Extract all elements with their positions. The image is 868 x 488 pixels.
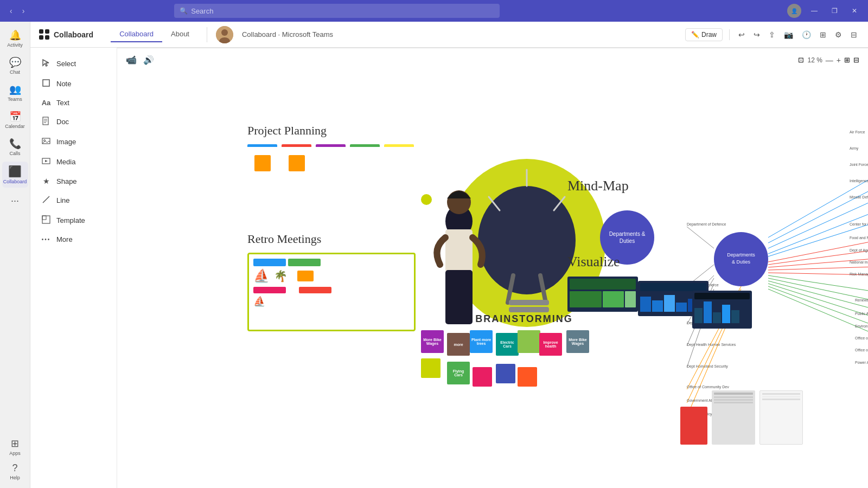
nav-label-collaboard: Collaboard bbox=[3, 179, 27, 184]
tab-collaboard[interactable]: Collaboard bbox=[111, 27, 162, 42]
minimize-btn[interactable]: — bbox=[807, 7, 822, 15]
chat-icon: 💬 bbox=[9, 56, 21, 68]
card-red-inner bbox=[289, 155, 305, 171]
sticky-6: Improve health bbox=[539, 333, 562, 356]
nav-item-chat[interactable]: 💬 Chat bbox=[2, 53, 28, 78]
tool-note[interactable]: Note bbox=[33, 74, 114, 93]
svg-text:Renewable Energy: Renewable Energy bbox=[855, 298, 868, 303]
doc-white bbox=[760, 390, 803, 445]
screen-1 bbox=[567, 277, 638, 312]
more-button[interactable]: ⊟ bbox=[848, 28, 859, 41]
doc-thumbs bbox=[680, 390, 803, 445]
sticky-4: Electric Cars bbox=[496, 333, 519, 356]
line-icon bbox=[41, 195, 51, 206]
nav-item-activity[interactable]: 🔔 Activity bbox=[2, 26, 28, 51]
toolbar-sep-1 bbox=[729, 29, 730, 40]
template-label: Template bbox=[56, 216, 85, 224]
nav-item-apps[interactable]: ⊞ Apps bbox=[2, 434, 28, 459]
search-bar[interactable]: 🔍 bbox=[174, 4, 500, 18]
collaboard-logo-dots bbox=[39, 29, 49, 40]
doc-red bbox=[680, 407, 707, 445]
dot-1 bbox=[39, 29, 43, 34]
sticky-5 bbox=[518, 330, 540, 353]
screenshot-button[interactable]: 📷 bbox=[782, 28, 795, 41]
tool-media[interactable]: Media bbox=[33, 152, 114, 171]
dot-4 bbox=[45, 35, 49, 40]
redo-button[interactable]: ↪ bbox=[751, 28, 762, 41]
breadcrumb: Collaboard · Microsoft Teams bbox=[242, 30, 333, 38]
tools-sidebar: Select Note Aa Text Doc bbox=[30, 48, 117, 488]
settings-button[interactable]: ⚙ bbox=[833, 28, 844, 41]
shape-icon: ★ bbox=[41, 177, 51, 185]
tool-image[interactable]: Image bbox=[33, 132, 114, 151]
card-red bbox=[282, 144, 311, 179]
brainstorm-title: BRAINSTORMING bbox=[421, 313, 627, 325]
teams-icon: 👥 bbox=[9, 84, 21, 95]
clock-button[interactable]: 🕐 bbox=[800, 28, 813, 41]
mind-map-section: Mind-Map Departments & Duties bbox=[567, 178, 629, 194]
svg-line-60 bbox=[768, 278, 868, 316]
draw-button[interactable]: ✏️ Draw bbox=[685, 28, 723, 41]
nav-item-calendar[interactable]: 📅 Calendar bbox=[2, 107, 28, 132]
svg-line-50 bbox=[768, 265, 868, 270]
tool-shape[interactable]: ★ Shape bbox=[33, 172, 114, 190]
card-green-inner bbox=[357, 155, 373, 171]
svg-rect-4 bbox=[43, 80, 49, 86]
tab-about[interactable]: About bbox=[162, 27, 198, 42]
doc-label: Doc bbox=[56, 118, 69, 126]
tool-line[interactable]: Line bbox=[33, 191, 114, 210]
nav-label-calendar: Calendar bbox=[5, 124, 25, 129]
pencil-icon: ✏️ bbox=[691, 31, 699, 38]
project-planning-title: Project Planning bbox=[247, 124, 414, 138]
nav-buttons[interactable]: ‹ › bbox=[7, 5, 28, 16]
nav-item-collaboard[interactable]: ⬛ Collaboard bbox=[2, 162, 28, 188]
svg-text:National Institute of Food: National Institute of Food bbox=[850, 260, 868, 264]
maximize-btn[interactable]: ❐ bbox=[827, 7, 842, 15]
tool-template[interactable]: Template bbox=[33, 211, 114, 230]
grid-button[interactable]: ⊞ bbox=[818, 28, 828, 41]
dot-3 bbox=[39, 35, 43, 40]
nav-label-calls: Calls bbox=[9, 151, 20, 156]
text-icon: Aa bbox=[41, 99, 51, 107]
svg-text:Public Affairs: Public Affairs bbox=[855, 312, 868, 316]
svg-line-61 bbox=[768, 281, 868, 329]
sticky-7: More Bike Wages bbox=[566, 330, 589, 353]
media-label: Media bbox=[56, 158, 75, 166]
svg-text:Food and Nutrition Service: Food and Nutrition Service bbox=[850, 236, 868, 240]
brainstorm-section: BRAINSTORMING More Bike Wages more Plant… bbox=[421, 313, 627, 401]
svg-text:Missile Defense Agency: Missile Defense Agency bbox=[850, 195, 868, 200]
nav-item-teams[interactable]: 👥 Teams bbox=[2, 80, 28, 105]
nav-item-help[interactable]: ? Help bbox=[2, 459, 28, 484]
svg-rect-30 bbox=[445, 229, 473, 273]
template-icon bbox=[41, 215, 51, 226]
draw-label: Draw bbox=[701, 31, 717, 38]
content-area: Collaboard Collaboard About Collaboard ·… bbox=[30, 22, 868, 488]
svg-marker-12 bbox=[45, 160, 48, 162]
app-logo: Collaboard bbox=[39, 29, 93, 40]
search-input[interactable] bbox=[191, 7, 494, 15]
select-label: Select bbox=[56, 60, 76, 68]
card-green bbox=[350, 144, 380, 179]
share-button[interactable]: ⇪ bbox=[767, 28, 777, 41]
close-btn[interactable]: ✕ bbox=[847, 7, 861, 15]
nav-item-calls[interactable]: 📞 Calls bbox=[2, 134, 28, 159]
user-avatar[interactable]: 👤 bbox=[787, 4, 801, 18]
canvas-area[interactable]: Project Planning bbox=[117, 48, 868, 488]
undo-button[interactable]: ↩ bbox=[736, 28, 747, 41]
tool-select[interactable]: Select bbox=[33, 54, 114, 73]
project-planning-cards bbox=[247, 144, 414, 179]
tool-doc[interactable]: Doc bbox=[33, 112, 114, 131]
svg-text:Risk Management Agency: Risk Management Agency bbox=[850, 272, 868, 277]
header-user-avatar bbox=[216, 26, 233, 43]
avatar-image bbox=[216, 26, 233, 43]
activity-icon: 🔔 bbox=[9, 29, 21, 41]
nav-bottom: ⊞ Apps ? Help bbox=[2, 434, 28, 484]
collaboard-icon: ⬛ bbox=[8, 165, 22, 178]
nav-item-more-ellipsis[interactable]: ··· bbox=[2, 192, 28, 210]
tool-more[interactable]: ••• More bbox=[33, 231, 114, 248]
back-btn[interactable]: ‹ bbox=[7, 5, 16, 16]
forward-btn[interactable]: › bbox=[19, 5, 28, 16]
header-tabs: Collaboard About bbox=[111, 27, 198, 42]
calendar-icon: 📅 bbox=[9, 111, 21, 123]
tool-text[interactable]: Aa Text bbox=[33, 94, 114, 111]
